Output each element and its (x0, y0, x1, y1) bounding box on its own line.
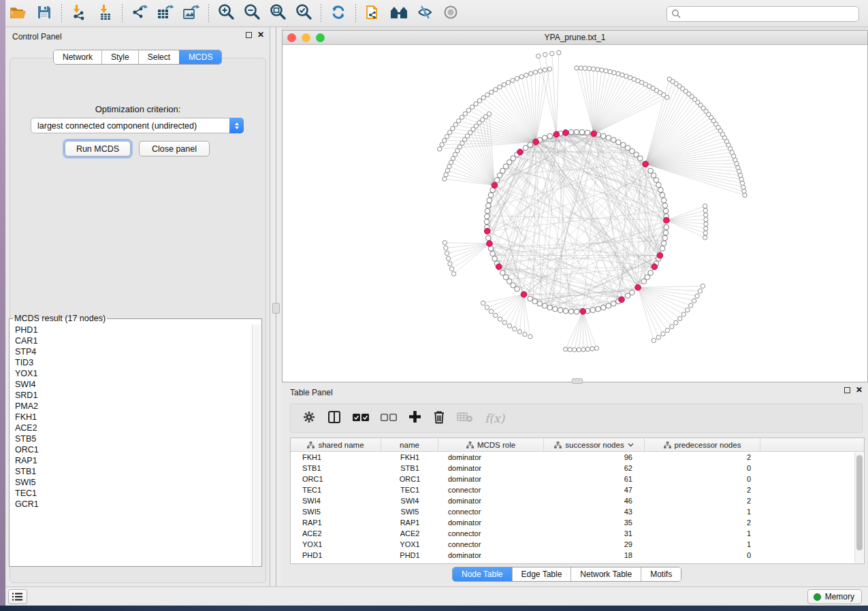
network-node[interactable] (528, 142, 533, 148)
mcds-network-node[interactable] (484, 228, 490, 234)
network-node[interactable] (704, 227, 708, 231)
network-node[interactable] (658, 187, 664, 193)
network-node[interactable] (488, 193, 494, 198)
network-node[interactable] (651, 173, 656, 178)
network-node[interactable] (581, 348, 585, 352)
mcds-result-item[interactable]: SRD1 (10, 390, 252, 401)
network-node[interactable] (451, 271, 455, 276)
network-node[interactable] (492, 256, 498, 261)
network-node[interactable] (703, 235, 707, 240)
network-node[interactable] (596, 67, 600, 71)
network-node[interactable] (500, 168, 506, 174)
network-node[interactable] (703, 208, 707, 212)
zoom-fit-button[interactable] (266, 3, 289, 24)
network-node[interactable] (463, 112, 467, 116)
network-node[interactable] (662, 203, 668, 208)
network-node[interactable] (553, 306, 558, 312)
network-node[interactable] (511, 78, 515, 82)
table-row[interactable]: SWI4SWI4dominator462 (291, 495, 864, 506)
network-node[interactable] (533, 70, 537, 74)
close-panel-icon[interactable]: ✕ (856, 386, 863, 393)
table-row[interactable]: STB1STB1dominator620 (291, 463, 864, 474)
network-node[interactable] (453, 122, 457, 127)
network-node[interactable] (620, 142, 626, 148)
network-node[interactable] (606, 303, 611, 309)
network-node[interactable] (445, 168, 449, 172)
network-node[interactable] (704, 213, 708, 217)
network-node[interactable] (487, 198, 492, 203)
mcds-result-item[interactable]: ACE2 (10, 423, 252, 433)
zoom-out-button[interactable] (240, 3, 263, 24)
mcds-network-node[interactable] (563, 130, 569, 136)
network-node[interactable] (661, 198, 666, 203)
network-node[interactable] (568, 309, 574, 314)
save-session-button[interactable] (33, 3, 56, 24)
mcds-network-node[interactable] (517, 149, 524, 155)
network-node[interactable] (704, 217, 708, 221)
mcds-network-node[interactable] (580, 308, 586, 314)
mcds-result-item[interactable]: TID3 (10, 357, 252, 368)
network-node[interactable] (523, 146, 528, 151)
network-node[interactable] (543, 52, 547, 56)
network-file-button[interactable] (361, 3, 385, 24)
network-node[interactable] (664, 225, 669, 230)
network-node[interactable] (667, 77, 671, 81)
mcds-network-node[interactable] (619, 297, 625, 303)
table-settings-gear-icon[interactable] (302, 410, 316, 427)
network-node[interactable] (460, 115, 464, 119)
network-node[interactable] (661, 332, 665, 336)
network-node[interactable] (443, 138, 447, 142)
mcds-result-list[interactable]: PHD1CAR1STP4TID3YOX1SWI4SRD1PMA2FKH1ACE2… (10, 325, 252, 565)
mcds-network-node[interactable] (496, 264, 502, 270)
network-node[interactable] (494, 87, 498, 91)
network-node[interactable] (616, 139, 622, 145)
network-node[interactable] (611, 137, 616, 143)
network-node[interactable] (485, 235, 491, 241)
network-node[interactable] (489, 310, 493, 314)
task-history-button[interactable] (8, 589, 27, 604)
table-row[interactable]: ACE2ACE2connector311 (291, 528, 864, 539)
network-node[interactable] (575, 66, 579, 70)
network-node[interactable] (446, 257, 450, 261)
network-node[interactable] (490, 251, 496, 257)
mcds-result-item[interactable]: FKH1 (10, 412, 252, 423)
mcds-network-node[interactable] (492, 182, 498, 188)
network-node[interactable] (538, 69, 542, 73)
network-node[interactable] (678, 316, 682, 320)
tab-motifs[interactable]: Motifs (641, 567, 681, 581)
table-row[interactable]: YOX1YOX1connector291 (291, 539, 864, 550)
splitter-handle[interactable] (272, 303, 280, 314)
mcds-list-scrollbar[interactable] (252, 325, 261, 565)
network-node[interactable] (600, 68, 604, 72)
mcds-result-item[interactable]: YOX1 (10, 368, 252, 379)
mcds-result-item[interactable]: GCR1 (10, 499, 252, 510)
network-node[interactable] (568, 129, 574, 135)
horizontal-splitter-handle[interactable] (572, 378, 583, 384)
network-node[interactable] (608, 69, 612, 73)
network-canvas[interactable] (283, 45, 867, 382)
table-scrollbar-thumb[interactable] (856, 455, 863, 550)
network-node[interactable] (563, 308, 568, 314)
network-node[interactable] (542, 303, 547, 309)
network-node[interactable] (704, 222, 708, 226)
network-node[interactable] (652, 338, 656, 342)
network-node[interactable] (695, 294, 699, 298)
tab-style[interactable]: Style (101, 50, 138, 64)
network-node[interactable] (611, 301, 616, 307)
network-node[interactable] (485, 208, 490, 214)
network-node[interactable] (701, 284, 705, 288)
network-node[interactable] (547, 133, 553, 139)
network-node[interactable] (620, 73, 624, 77)
mcds-result-item[interactable]: PHD1 (10, 325, 252, 335)
mcds-network-node[interactable] (553, 131, 560, 137)
network-node[interactable] (656, 182, 662, 188)
add-column-icon[interactable] (408, 410, 421, 426)
mcds-network-node[interactable] (652, 264, 658, 270)
zoom-selected-button[interactable] (292, 3, 315, 24)
network-node[interactable] (590, 308, 596, 313)
network-node[interactable] (445, 251, 449, 255)
search-network-button[interactable] (387, 3, 411, 24)
network-node[interactable] (457, 119, 461, 123)
network-node[interactable] (485, 306, 489, 310)
network-node[interactable] (656, 335, 660, 340)
